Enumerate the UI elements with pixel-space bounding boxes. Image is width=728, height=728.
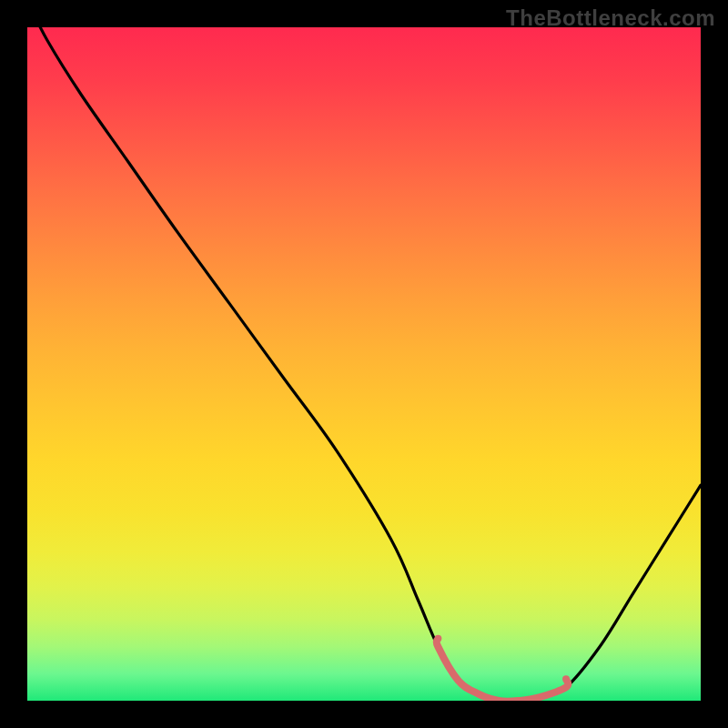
watermark-text: TheBottleneck.com bbox=[506, 5, 715, 31]
bottleneck-curve bbox=[27, 27, 701, 701]
plot-area bbox=[27, 27, 701, 701]
curve-line bbox=[27, 27, 701, 701]
optimal-range-highlight bbox=[437, 639, 569, 701]
